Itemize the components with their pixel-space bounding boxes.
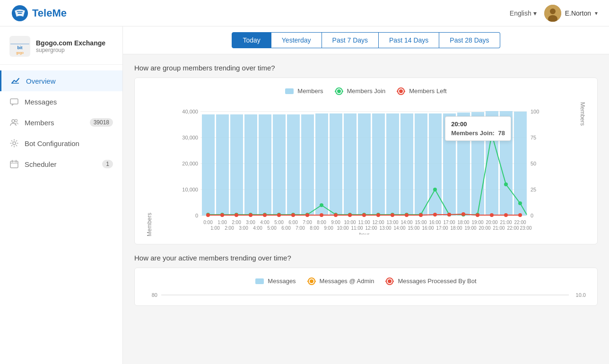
- svg-text:14:00: 14:00: [393, 225, 405, 231]
- svg-text:2:00: 2:00: [232, 220, 241, 225]
- svg-point-96: [476, 213, 479, 217]
- svg-point-90: [391, 213, 394, 217]
- legend-left-label: Members Left: [409, 87, 446, 95]
- svg-rect-32: [216, 114, 229, 216]
- tab-today[interactable]: Today: [232, 32, 271, 48]
- sidebar-item-bot-config[interactable]: Bot Configuration: [0, 133, 122, 154]
- tab-past7[interactable]: Past 7 Days: [322, 32, 379, 48]
- svg-text:23:00: 23:00: [520, 225, 531, 231]
- chart1-question: How are group members trending over time…: [134, 64, 598, 72]
- svg-text:19:00: 19:00: [471, 220, 483, 225]
- chart2-right-tick: 10.0: [573, 292, 586, 298]
- svg-text:100: 100: [531, 109, 539, 114]
- chart1-section: How are group members trending over time…: [134, 64, 598, 244]
- top-bar: TeleMe English ▾ E.Norton ▾: [0, 0, 609, 26]
- language-selector[interactable]: English ▾: [510, 9, 537, 17]
- svg-text:22:00: 22:00: [514, 220, 526, 225]
- svg-point-95: [461, 212, 465, 216]
- svg-text:18:00: 18:00: [450, 225, 462, 231]
- sidebar-item-scheduler[interactable]: Scheduler 1: [0, 154, 122, 174]
- svg-point-99: [518, 213, 522, 217]
- user-menu[interactable]: E.Norton ▾: [544, 5, 598, 22]
- svg-text:21:00: 21:00: [493, 225, 505, 231]
- members-label: Members: [25, 119, 54, 127]
- svg-point-86: [334, 213, 338, 217]
- svg-point-85: [320, 213, 323, 217]
- svg-point-88: [362, 213, 366, 217]
- svg-text:12:00: 12:00: [365, 225, 377, 231]
- svg-rect-37: [287, 114, 300, 216]
- svg-point-89: [376, 213, 380, 217]
- tab-past28[interactable]: Past 28 Days: [439, 32, 500, 48]
- svg-point-74: [489, 132, 494, 137]
- svg-point-62: [320, 203, 323, 207]
- svg-point-78: [220, 213, 224, 217]
- members-icon: [9, 118, 19, 127]
- user-name-label: E.Norton: [565, 9, 591, 17]
- bot-config-label: Bot Configuration: [25, 139, 79, 147]
- right-axis-label: Members: [579, 102, 586, 236]
- logo-icon: [11, 5, 28, 22]
- svg-text:7:00: 7:00: [303, 220, 312, 225]
- group-info: bit gogo Bgogo.com Exchange supergroup: [0, 26, 122, 65]
- group-logo-icon: bit gogo: [9, 36, 30, 57]
- legend-join: Members Join: [335, 87, 386, 95]
- svg-text:14:00: 14:00: [400, 220, 412, 225]
- svg-point-75: [504, 182, 508, 186]
- svg-text:6:00: 6:00: [288, 220, 298, 225]
- svg-rect-8: [10, 99, 18, 104]
- svg-point-70: [433, 188, 437, 191]
- chart2-question: How are your active members trending ove…: [134, 254, 598, 262]
- svg-text:11:00: 11:00: [351, 225, 363, 231]
- svg-text:13:00: 13:00: [386, 220, 398, 225]
- period-tabs: Today Yesterday Past 7 Days Past 14 Days…: [232, 32, 500, 48]
- svg-text:5:00: 5:00: [274, 220, 284, 225]
- svg-text:15:00: 15:00: [408, 225, 419, 231]
- tab-past14[interactable]: Past 14 Days: [379, 32, 439, 48]
- chart2-left-tick: 80: [146, 292, 157, 298]
- svg-rect-7: [10, 43, 29, 44]
- chart2-legend: Messages Messages @ Admin Messages Proce…: [146, 277, 586, 285]
- svg-text:21:00: 21:00: [500, 220, 512, 225]
- chart1-svg: 40,000 30,000 20,000 10,000 0 100 75 50 …: [155, 102, 568, 234]
- avatar: [544, 5, 561, 22]
- sidebar-item-overview[interactable]: Overview: [0, 70, 122, 91]
- legend-line-yellow: [307, 281, 316, 282]
- svg-rect-31: [202, 114, 215, 216]
- svg-text:40,000: 40,000: [182, 109, 198, 114]
- svg-text:0: 0: [531, 213, 533, 218]
- svg-rect-53: [514, 112, 527, 216]
- svg-text:10:00: 10:00: [344, 220, 356, 225]
- group-type: supergroup: [36, 47, 105, 53]
- top-right-area: English ▾ E.Norton ▾: [510, 5, 598, 22]
- chart2-card: Messages Messages @ Admin Messages Proce…: [134, 268, 598, 306]
- svg-text:bit: bit: [17, 45, 23, 50]
- user-dropdown-arrow: ▾: [595, 10, 598, 17]
- svg-rect-41: [344, 113, 357, 216]
- svg-text:hour: hour: [359, 232, 370, 234]
- period-tabs-row: Today Yesterday Past 7 Days Past 14 Days…: [123, 26, 609, 54]
- svg-text:10:00: 10:00: [337, 225, 348, 231]
- sidebar-item-messages[interactable]: Messages: [0, 91, 122, 112]
- svg-point-82: [277, 213, 281, 217]
- svg-rect-50: [471, 112, 484, 216]
- left-axis-label: Members: [146, 102, 153, 236]
- svg-text:15:00: 15:00: [415, 220, 426, 225]
- legend-line-red: [397, 91, 405, 92]
- svg-rect-35: [259, 114, 271, 216]
- legend-messages: Messages: [255, 277, 296, 285]
- message-icon: [9, 97, 19, 106]
- legend-join-label: Members Join: [347, 87, 386, 95]
- gear-icon: [9, 139, 19, 148]
- svg-point-93: [433, 213, 437, 217]
- scheduler-badge: 1: [102, 160, 113, 168]
- sidebar-item-members[interactable]: Members 39018: [0, 112, 122, 133]
- logo: TeleMe: [11, 5, 67, 22]
- svg-text:20:00: 20:00: [486, 220, 497, 225]
- svg-text:3:00: 3:00: [239, 225, 248, 231]
- svg-rect-48: [443, 113, 456, 216]
- tab-yesterday[interactable]: Yesterday: [271, 32, 322, 48]
- svg-rect-46: [415, 113, 427, 216]
- legend-bot: Messages Processed By Bot: [385, 277, 476, 285]
- svg-text:3:00: 3:00: [246, 220, 255, 225]
